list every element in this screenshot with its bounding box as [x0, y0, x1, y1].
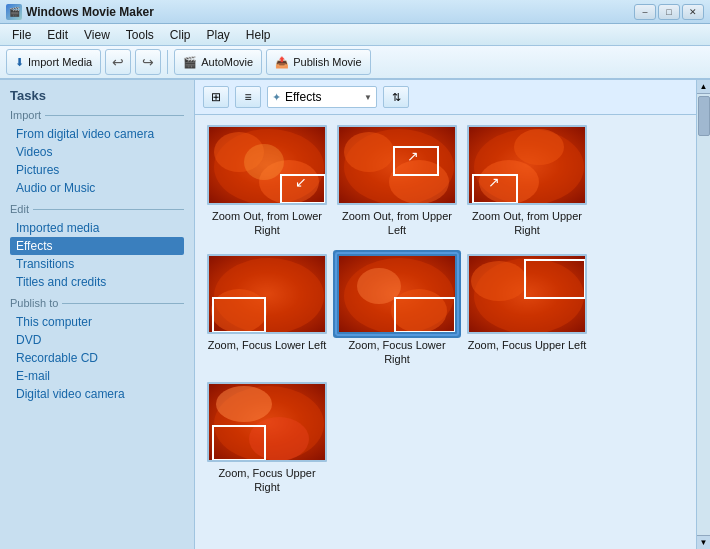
effect-zoom-out-upper-left[interactable]: ↗ Zoom Out, from UpperLeft — [337, 125, 457, 238]
window-controls[interactable]: – □ ✕ — [634, 4, 704, 20]
svg-point-20 — [391, 289, 447, 333]
effects-toolbar: ⊞ ≡ ✦ Effects ▼ ⇅ — [195, 80, 696, 115]
svg-point-27 — [216, 386, 272, 422]
publish-movie-button[interactable]: 📤 Publish Movie — [266, 49, 370, 75]
undo-icon: ↩ — [112, 54, 124, 70]
effect-label-zoom-focus-upper-right: Zoom, Focus UpperRight — [218, 466, 315, 495]
scroll-thumb[interactable] — [698, 96, 710, 136]
menu-bar: File Edit View Tools Clip Play Help — [0, 24, 710, 46]
import-label: Import Media — [28, 56, 92, 68]
effect-overlay-7 — [209, 384, 327, 462]
svg-point-12 — [514, 129, 564, 165]
menu-file[interactable]: File — [4, 26, 39, 44]
menu-help[interactable]: Help — [238, 26, 279, 44]
effect-overlay-6 — [469, 256, 587, 334]
scroll-up-button[interactable]: ▲ — [697, 80, 711, 94]
redo-button[interactable]: ↪ — [135, 49, 161, 75]
effect-overlay-2: ↗ — [339, 127, 457, 205]
dropdown-arrow-icon: ▼ — [364, 93, 372, 102]
sort-button[interactable]: ⇅ — [383, 86, 409, 108]
sidebar-item-videos[interactable]: Videos — [10, 143, 184, 161]
content-panel: ⊞ ≡ ✦ Effects ▼ ⇅ — [195, 80, 696, 549]
effects-category-dropdown[interactable]: ✦ Effects ▼ — [267, 86, 377, 108]
effect-label-zoom-focus-lower-left: Zoom, Focus Lower Left — [208, 338, 327, 352]
automovie-button[interactable]: 🎬 AutoMovie — [174, 49, 262, 75]
menu-edit[interactable]: Edit — [39, 26, 76, 44]
publish-section-label: Publish to — [10, 297, 184, 309]
sidebar-item-audio[interactable]: Audio or Music — [10, 179, 184, 197]
svg-point-24 — [471, 261, 527, 301]
svg-point-8 — [389, 160, 449, 204]
effect-zoom-out-lower-right[interactable]: ↙ Zoom Out, from LowerRight — [207, 125, 327, 238]
sidebar-item-digital-video[interactable]: Digital video camera — [10, 385, 184, 403]
effects-row-2: Zoom, Focus Lower Left Zoo — [207, 254, 684, 367]
redo-icon: ↪ — [142, 54, 154, 70]
effect-zoom-focus-upper-right[interactable]: Zoom, Focus UpperRight — [207, 382, 327, 495]
grid-view-button[interactable]: ⊞ — [203, 86, 229, 108]
sidebar-item-this-computer[interactable]: This computer — [10, 313, 184, 331]
effects-row-3: Zoom, Focus UpperRight — [207, 382, 684, 495]
menu-tools[interactable]: Tools — [118, 26, 162, 44]
scroll-down-button[interactable]: ▼ — [697, 535, 711, 549]
main-area: Tasks Import From digital video camera V… — [0, 80, 710, 549]
sidebar-item-pictures[interactable]: Pictures — [10, 161, 184, 179]
effect-zoom-focus-lower-right[interactable]: Zoom, Focus LowerRight — [337, 254, 457, 367]
effects-row-1: ↙ Zoom Out, from LowerRight — [207, 125, 684, 238]
effect-thumbnail-zoom-focus-lower-right — [337, 254, 457, 334]
content-scrollbar[interactable]: ▲ ▼ — [696, 80, 710, 549]
effect-overlay-1: ↙ — [209, 127, 327, 205]
svg-text:↗: ↗ — [488, 174, 500, 190]
sidebar-item-imported-media[interactable]: Imported media — [10, 219, 184, 237]
effect-thumbnail-zoom-focus-upper-left — [467, 254, 587, 334]
svg-point-17 — [211, 289, 267, 333]
publish-icon: 📤 — [275, 56, 289, 69]
sidebar: Tasks Import From digital video camera V… — [0, 80, 195, 549]
list-view-button[interactable]: ≡ — [235, 86, 261, 108]
effect-zoom-out-upper-right[interactable]: ↗ Zoom Out, from UpperRight — [467, 125, 587, 238]
effect-thumbnail-zoom-focus-upper-right — [207, 382, 327, 462]
automovie-icon: 🎬 — [183, 56, 197, 69]
title-bar: 🎬 Windows Movie Maker – □ ✕ — [0, 0, 710, 24]
publish-label: Publish Movie — [293, 56, 361, 68]
effect-thumbnail-zoom-out-lower-right: ↙ — [207, 125, 327, 205]
sidebar-item-transitions[interactable]: Transitions — [10, 255, 184, 273]
menu-clip[interactable]: Clip — [162, 26, 199, 44]
toolbar-separator — [167, 50, 168, 74]
toolbar: ⬇ Import Media ↩ ↪ 🎬 AutoMovie 📤 Publish… — [0, 46, 710, 80]
sidebar-item-from-dv[interactable]: From digital video camera — [10, 125, 184, 143]
import-section-label: Import — [10, 109, 184, 121]
effect-label-zoom-out-upper-right: Zoom Out, from UpperRight — [472, 209, 582, 238]
tasks-label: Tasks — [10, 88, 184, 103]
svg-point-28 — [249, 417, 309, 461]
sidebar-item-recordable-cd[interactable]: Recordable CD — [10, 349, 184, 367]
sidebar-item-titles[interactable]: Titles and credits — [10, 273, 184, 291]
effect-label-zoom-focus-upper-left: Zoom, Focus Upper Left — [468, 338, 587, 352]
effect-overlay-5 — [339, 256, 457, 334]
menu-view[interactable]: View — [76, 26, 118, 44]
effect-thumbnail-zoom-out-upper-right: ↗ — [467, 125, 587, 205]
sidebar-item-email[interactable]: E-mail — [10, 367, 184, 385]
effect-label-zoom-focus-lower-right: Zoom, Focus LowerRight — [348, 338, 445, 367]
effect-label-zoom-out-lower-right: Zoom Out, from LowerRight — [212, 209, 322, 238]
svg-text:↙: ↙ — [295, 174, 307, 190]
svg-point-7 — [344, 132, 394, 172]
minimize-button[interactable]: – — [634, 4, 656, 20]
effect-thumbnail-zoom-focus-lower-left — [207, 254, 327, 334]
app-icon: 🎬 — [6, 4, 22, 20]
effects-dropdown-label: Effects — [285, 90, 360, 104]
sort-icon: ⇅ — [392, 91, 401, 104]
effect-overlay-3: ↗ — [469, 127, 587, 205]
svg-text:↗: ↗ — [407, 148, 419, 164]
effects-grid: ↙ Zoom Out, from LowerRight — [195, 115, 696, 549]
sidebar-item-dvd[interactable]: DVD — [10, 331, 184, 349]
effect-zoom-focus-lower-left[interactable]: Zoom, Focus Lower Left — [207, 254, 327, 367]
effects-dropdown-icon: ✦ — [272, 91, 281, 104]
effect-overlay-4 — [209, 256, 327, 334]
import-media-button[interactable]: ⬇ Import Media — [6, 49, 101, 75]
menu-play[interactable]: Play — [199, 26, 238, 44]
maximize-button[interactable]: □ — [658, 4, 680, 20]
sidebar-item-effects[interactable]: Effects — [10, 237, 184, 255]
undo-button[interactable]: ↩ — [105, 49, 131, 75]
close-button[interactable]: ✕ — [682, 4, 704, 20]
effect-zoom-focus-upper-left[interactable]: Zoom, Focus Upper Left — [467, 254, 587, 367]
